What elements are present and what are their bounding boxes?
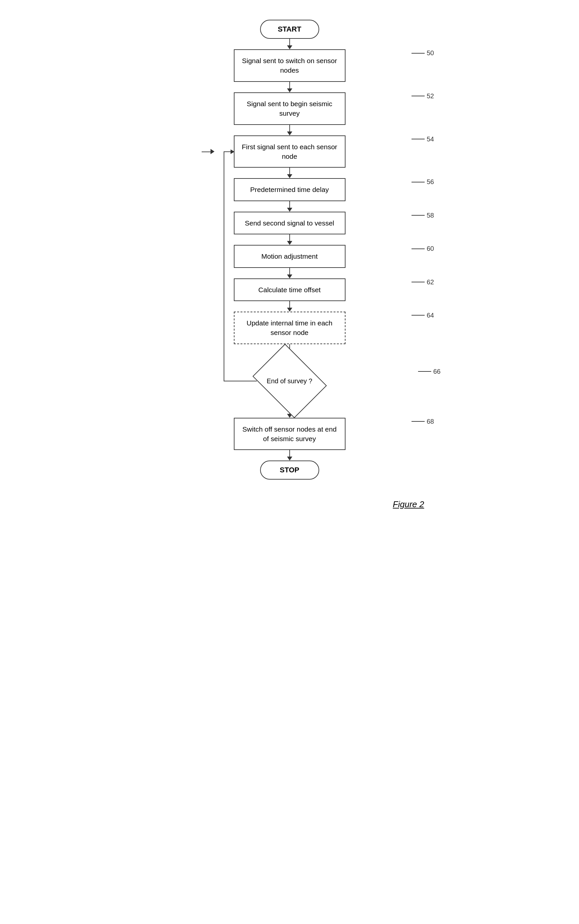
loop-entry-arrow	[211, 149, 214, 154]
step-54-box: First signal sent to each sensor node	[234, 135, 345, 168]
arrow-7	[287, 274, 292, 278]
step-58-box: Send second signal to vessel	[234, 212, 345, 235]
step-68-box: Switch off sensor nodes at end of seismi…	[234, 418, 345, 450]
loop-section: First signal sent to each sensor node 54…	[175, 135, 405, 407]
arrow-1	[287, 45, 292, 49]
connector-8	[290, 301, 290, 308]
step-56-box: Predetermined time delay	[234, 178, 345, 201]
step-64-box: Update internal time in each sensor node	[234, 312, 345, 344]
connector-6	[290, 235, 290, 241]
arrow-3	[287, 131, 292, 135]
arrow-6	[287, 241, 292, 245]
arrow-8	[287, 308, 292, 312]
step-62-box: Calculate time offset	[234, 278, 345, 301]
step-66-diamond-wrapper: End of survey ?	[257, 355, 322, 407]
stop-node: STOP	[175, 461, 405, 479]
step-56-wrapper: Predetermined time delay 56	[175, 178, 405, 201]
step-60-box: Motion adjustment	[234, 245, 345, 268]
step-58-wrapper: Send second signal to vessel 58	[175, 212, 405, 235]
connector-3	[290, 125, 290, 131]
figure-label: Figure 2	[393, 499, 424, 509]
arrow-5	[287, 208, 292, 212]
connector-11	[290, 450, 290, 456]
connector-1	[290, 39, 290, 45]
step-64-wrapper: Update internal time in each sensor node…	[175, 312, 405, 344]
step-52-ref: 52	[412, 92, 434, 100]
step-66-wrapper: End of survey ? 66	[175, 355, 405, 407]
step-52-box: Signal sent to begin seismic survey	[234, 92, 345, 125]
start-label: START	[260, 20, 319, 39]
step-60-ref: 60	[412, 245, 434, 253]
flowchart-container: START Signal sent to switch on sensor no…	[175, 20, 405, 499]
step-64-ref: 64	[412, 312, 434, 319]
arrow-4	[287, 174, 292, 178]
step-66-label: End of survey ?	[267, 377, 312, 385]
connector-2	[290, 82, 290, 89]
connector-7	[290, 268, 290, 274]
step-62-wrapper: Calculate time offset 62	[175, 278, 405, 301]
step-50-wrapper: Signal sent to switch on sensor nodes 50	[175, 49, 405, 82]
arrow-11	[287, 456, 292, 461]
step-54-ref: 54	[412, 135, 434, 143]
stop-label: STOP	[260, 461, 319, 479]
step-52-wrapper: Signal sent to begin seismic survey 52	[175, 92, 405, 125]
step-68-ref: 68	[412, 418, 434, 425]
connector-4	[290, 167, 290, 174]
step-58-ref: 58	[412, 212, 434, 219]
step-50-ref: 50	[412, 49, 434, 57]
step-60-wrapper: Motion adjustment 60	[175, 245, 405, 268]
step-68-wrapper: Switch off sensor nodes at end of seismi…	[175, 418, 405, 450]
step-66-ref: 66	[418, 368, 440, 375]
step-62-ref: 62	[412, 278, 434, 286]
start-node: START	[175, 20, 405, 39]
connector-5	[290, 201, 290, 208]
arrow-2	[287, 89, 292, 92]
step-50-box: Signal sent to switch on sensor nodes	[234, 49, 345, 82]
step-54-wrapper: First signal sent to each sensor node 54	[175, 135, 405, 168]
step-66-text: End of survey ?	[267, 377, 312, 385]
step-56-ref: 56	[412, 178, 434, 186]
